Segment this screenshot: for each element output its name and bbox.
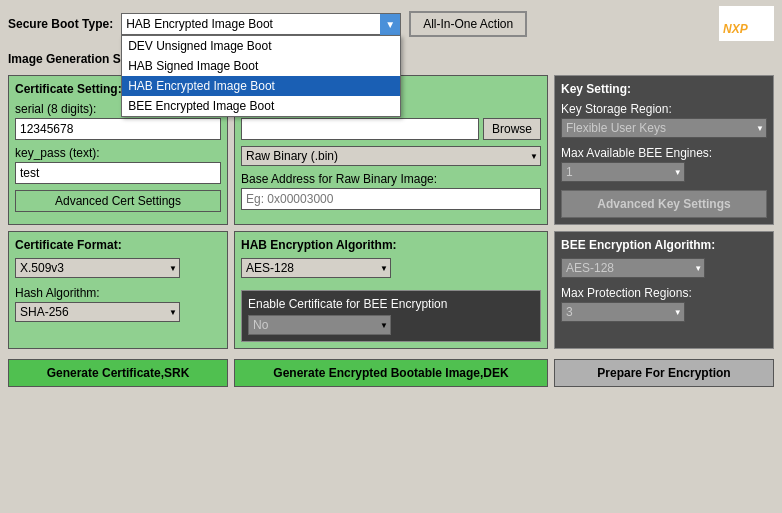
advanced-key-settings-button: Advanced Key Settings [561, 190, 767, 218]
enable-cert-select[interactable]: No [248, 315, 391, 335]
bee-algo-select[interactable]: AES-128 [561, 258, 705, 278]
prepare-for-encryption-button[interactable]: Prepare For Encryption [554, 359, 774, 387]
nxp-logo: NXP [719, 6, 774, 41]
max-bee-select[interactable]: 1 [561, 162, 685, 182]
max-regions-select[interactable]: 3 [561, 302, 685, 322]
hash-algo-select[interactable]: SHA-256 [15, 302, 180, 322]
dropdown-item-hab-encrypted[interactable]: HAB Encrypted Image Boot [122, 76, 400, 96]
base-addr-label: Base Address for Raw Binary Image: [241, 172, 541, 186]
key-panel-title: Key Setting: [561, 82, 767, 96]
dropdown-item-dev[interactable]: DEV Unsigned Image Boot [122, 36, 400, 56]
hab-algo-label: HAB Encryption Algorithm: [241, 238, 541, 252]
dropdown-arrow-icon[interactable]: ▼ [380, 14, 400, 36]
serial-input[interactable] [15, 118, 221, 140]
enable-cert-subpanel: Enable Certificate for BEE Encryption No [241, 290, 541, 342]
top-bar: Secure Boot Type: HAB Encrypted Image Bo… [0, 0, 782, 47]
all-in-one-button[interactable]: All-In-One Action [409, 11, 527, 37]
dropdown-item-hab-signed[interactable]: HAB Signed Image Boot [122, 56, 400, 76]
nxp-logo-svg: NXP [719, 6, 774, 41]
key-storage-label: Key Storage Region: [561, 102, 767, 116]
cert-format-title: Certificate Format: [15, 238, 221, 252]
hab-encryption-panel: HAB Encryption Algorithm: AES-128 Enable… [234, 231, 548, 349]
boot-type-dropdown-menu: DEV Unsigned Image Boot HAB Signed Image… [121, 35, 401, 117]
key-setting-panel: Key Setting: Key Storage Region: Flexibl… [554, 75, 774, 225]
max-regions-label: Max Protection Regions: [561, 286, 767, 300]
browse-row: Browse [241, 118, 541, 140]
bottom-row: Generate Certificate,SRK Generate Encryp… [0, 355, 782, 391]
generate-encrypted-image-button[interactable]: Generate Encrypted Bootable Image,DEK [234, 359, 548, 387]
svg-text:NXP: NXP [723, 22, 749, 36]
secure-boot-dropdown-container: HAB Encrypted Image Boot ▼ DEV Unsigned … [121, 13, 401, 35]
selected-boot-type[interactable]: HAB Encrypted Image Boot [122, 15, 400, 33]
browse-button[interactable]: Browse [483, 118, 541, 140]
hab-algo-select[interactable]: AES-128 [241, 258, 391, 278]
enable-cert-title: Enable Certificate for BEE Encryption [248, 297, 534, 311]
hash-algo-label: Hash Algorithm: [15, 286, 221, 300]
cert-format-select[interactable]: X.509v3 [15, 258, 180, 278]
cert-format-panel: Certificate Format: X.509v3 Hash Algorit… [8, 231, 228, 349]
image-format-select[interactable]: Raw Binary (.bin) [241, 146, 541, 166]
secure-boot-label: Secure Boot Type: [8, 17, 113, 31]
key-storage-select[interactable]: Flexible User Keys [561, 118, 767, 138]
base-addr-input[interactable] [241, 188, 541, 210]
format-select-wrapper: Raw Binary (.bin) [241, 146, 541, 166]
bee-encryption-panel: BEE Encryption Algorithm: AES-128 Max Pr… [554, 231, 774, 349]
bee-algo-title: BEE Encryption Algorithm: [561, 238, 767, 252]
max-bee-label: Max Available BEE Engines: [561, 146, 767, 160]
generate-cert-srk-button[interactable]: Generate Certificate,SRK [8, 359, 228, 387]
app-image-input[interactable] [241, 118, 479, 140]
dropdown-item-bee[interactable]: BEE Encrypted Image Boot [122, 96, 400, 116]
advanced-cert-settings-button[interactable]: Advanced Cert Settings [15, 190, 221, 212]
key-pass-label: key_pass (text): [15, 146, 221, 160]
key-pass-input[interactable] [15, 162, 221, 184]
